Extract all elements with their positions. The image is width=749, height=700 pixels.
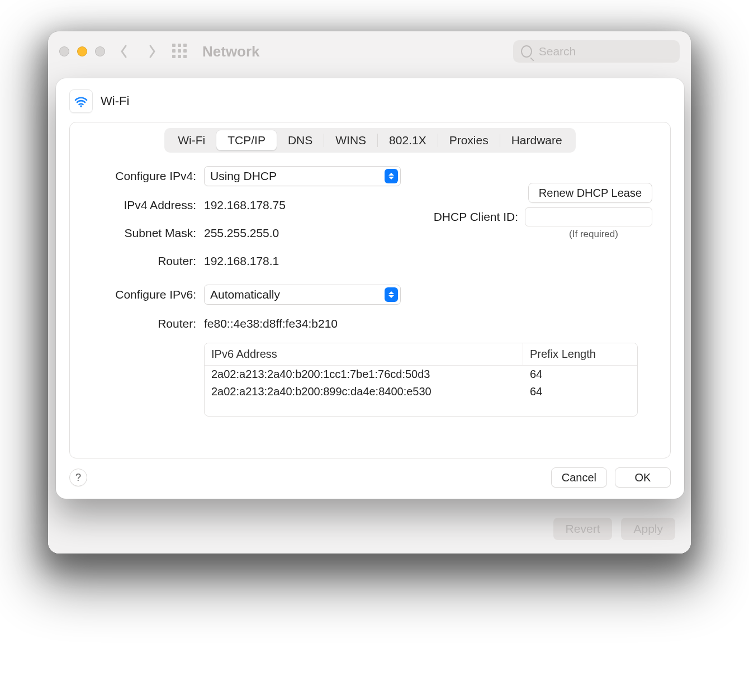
cancel-button[interactable]: Cancel — [551, 467, 607, 488]
tab-bar: Wi-Fi TCP/IP DNS WINS 802.1X Proxies Har… — [164, 128, 575, 153]
tab-dns[interactable]: DNS — [277, 130, 324, 150]
subnet-mask-label: Subnet Mask: — [84, 226, 204, 240]
ipv6-address-cell: 2a02:a213:2a40:b200:1cc1:7be1:76cd:50d3 — [205, 366, 523, 383]
tab-8021x[interactable]: 802.1X — [378, 130, 438, 150]
ipv6-table-row[interactable]: 2a02:a213:2a40:b200:899c:da4e:8400:e530 … — [205, 383, 637, 400]
ok-button[interactable]: OK — [615, 467, 671, 488]
help-button[interactable]: ? — [69, 469, 87, 486]
nav-forward-button[interactable] — [143, 42, 161, 60]
tab-wifi[interactable]: Wi-Fi — [167, 130, 216, 150]
configure-ipv6-popup[interactable]: Automatically — [204, 285, 401, 305]
content-box: Wi-Fi TCP/IP DNS WINS 802.1X Proxies Har… — [69, 122, 671, 458]
ipv6-prefix-cell: 64 — [523, 383, 637, 400]
ipv6-address-cell: 2a02:a213:2a40:b200:899c:da4e:8400:e530 — [205, 383, 523, 400]
configure-ipv4-label: Configure IPv4: — [84, 169, 204, 183]
ipv6-table-row[interactable]: 2a02:a213:2a40:b200:1cc1:7be1:76cd:50d3 … — [205, 366, 637, 383]
configure-ipv4-value: Using DHCP — [210, 169, 277, 183]
ipv6-table-header-address[interactable]: IPv6 Address — [205, 343, 523, 365]
grid-icon — [172, 44, 188, 59]
tab-proxies[interactable]: Proxies — [438, 130, 500, 150]
router-ipv6-label: Router: — [84, 317, 204, 330]
tab-tcpip[interactable]: TCP/IP — [216, 130, 277, 150]
search-input[interactable] — [538, 44, 672, 59]
window-minimize[interactable] — [77, 46, 87, 56]
ipv6-prefix-cell: 64 — [523, 366, 637, 383]
window-zoom[interactable] — [95, 46, 105, 56]
configure-ipv6-label: Configure IPv6: — [84, 288, 204, 301]
subnet-mask-value: 255.255.255.0 — [204, 226, 279, 240]
svg-point-0 — [80, 105, 82, 107]
window-close[interactable] — [59, 46, 69, 56]
wifi-icon — [69, 89, 93, 113]
router-ipv4-label: Router: — [84, 254, 204, 268]
popup-indicator-icon — [385, 287, 398, 302]
nav-back-button[interactable] — [115, 42, 133, 60]
window-title: Network — [202, 43, 260, 60]
tab-hardware[interactable]: Hardware — [500, 130, 573, 150]
configure-ipv4-popup[interactable]: Using DHCP — [204, 166, 401, 186]
ipv4-address-value: 192.168.178.75 — [204, 198, 286, 212]
ipv6-address-table: IPv6 Address Prefix Length 2a02:a213:2a4… — [204, 343, 638, 417]
search-field[interactable] — [513, 40, 680, 63]
ipv4-address-label: IPv4 Address: — [84, 198, 204, 212]
network-advanced-sheet: Wi-Fi Wi-Fi TCP/IP DNS WINS 802.1X Proxi… — [56, 78, 684, 499]
tab-wins[interactable]: WINS — [324, 130, 377, 150]
sheet-title: Wi-Fi — [101, 94, 129, 108]
popup-indicator-icon — [385, 169, 398, 183]
ipv6-table-header-prefix[interactable]: Prefix Length — [523, 343, 637, 365]
search-icon — [521, 45, 532, 58]
router-ipv4-value: 192.168.178.1 — [204, 254, 279, 268]
configure-ipv6-value: Automatically — [210, 288, 280, 301]
apply-button[interactable]: Apply — [621, 518, 675, 540]
show-all-button[interactable] — [171, 42, 189, 60]
revert-button[interactable]: Revert — [553, 518, 613, 540]
router-ipv6-value: fe80::4e38:d8ff:fe34:b210 — [204, 317, 338, 330]
toolbar: Network — [48, 31, 691, 72]
